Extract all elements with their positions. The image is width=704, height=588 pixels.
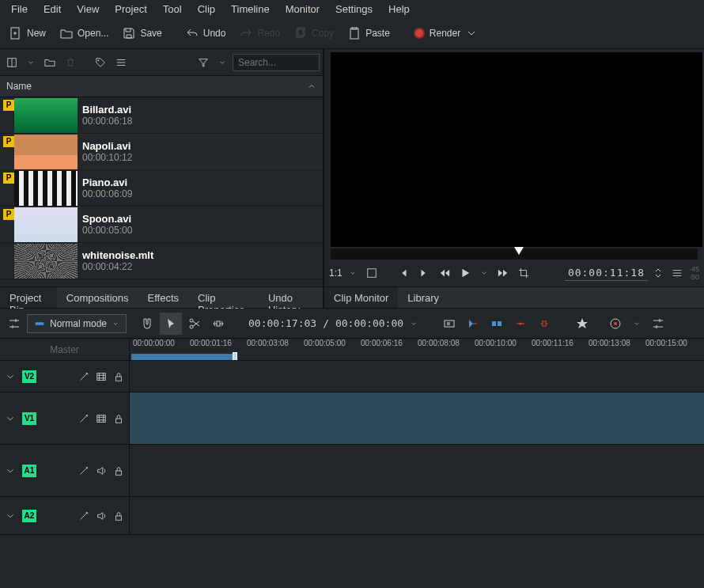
timecode-menu[interactable] — [405, 315, 422, 332]
menu-clip[interactable]: Clip — [190, 2, 223, 17]
tab-compositions[interactable]: Compositions — [57, 287, 138, 308]
bin-item[interactable]: PSpoon.avi00:00:05:00 — [0, 207, 323, 243]
bin-item[interactable]: whitenoise.mlt00:00:04:22 — [0, 243, 323, 279]
menu-help[interactable]: Help — [380, 2, 418, 17]
copy-button[interactable]: Copy — [288, 24, 340, 43]
delete-clip-button[interactable] — [62, 54, 79, 71]
monitor-timecode[interactable]: 00:00:11:18 — [565, 265, 648, 281]
forward-button[interactable] — [494, 264, 512, 282]
menu-edit[interactable]: Edit — [36, 2, 69, 17]
chevron-down-icon[interactable] — [5, 371, 16, 382]
chevron-down-icon[interactable] — [5, 465, 16, 476]
lock-icon[interactable] — [113, 510, 124, 522]
track-body[interactable] — [130, 361, 704, 392]
menu-view[interactable]: View — [69, 2, 107, 17]
render-button[interactable]: Render — [407, 24, 484, 43]
zoom-menu[interactable] — [346, 266, 360, 280]
tag-button[interactable] — [92, 54, 109, 71]
effects-icon[interactable] — [78, 413, 89, 424]
add-folder-button[interactable] — [41, 54, 59, 71]
snap-button[interactable] — [136, 313, 158, 335]
track-header[interactable]: V1 — [0, 393, 130, 444]
bin-item[interactable]: PBillard.avi00:00:06:18 — [0, 97, 323, 134]
preview-render-button[interactable] — [604, 313, 626, 335]
speaker-icon[interactable] — [96, 465, 107, 476]
chevron-down-icon[interactable] — [5, 413, 16, 424]
menu-settings[interactable]: Settings — [327, 2, 380, 17]
timeline-position-timecode[interactable]: 00:00:17:03 — [248, 317, 316, 329]
effects-icon[interactable] — [78, 371, 89, 382]
clip-monitor-viewport[interactable] — [331, 52, 702, 247]
track-body[interactable] — [130, 497, 704, 534]
undo-button[interactable]: Undo — [180, 24, 233, 43]
go-start-button[interactable] — [395, 264, 412, 282]
redo-button[interactable]: Redo — [233, 24, 286, 43]
save-button[interactable]: Save — [116, 24, 168, 43]
edit-mode-select[interactable]: Normal mode — [27, 314, 127, 333]
tab-effects[interactable]: Effects — [138, 287, 189, 308]
menu-file[interactable]: File — [3, 2, 36, 17]
menu-timeline[interactable]: Timeline — [223, 2, 278, 17]
track-body[interactable] — [130, 393, 704, 444]
track-header[interactable]: A1 — [0, 445, 130, 496]
filter-menu[interactable] — [215, 55, 229, 70]
zone-in-button[interactable] — [462, 313, 484, 335]
ruler-tick: 00:00:15:00 — [645, 339, 687, 347]
chevron-down-icon[interactable] — [5, 510, 16, 522]
video-icon[interactable] — [96, 371, 107, 382]
effects-icon[interactable] — [78, 510, 89, 522]
razor-tool-button[interactable] — [184, 313, 206, 335]
add-clip-button[interactable] — [3, 54, 21, 71]
tab-clip-monitor[interactable]: Clip Monitor — [324, 287, 398, 308]
track-header[interactable]: V2 — [0, 361, 130, 392]
menu-tool[interactable]: Tool — [155, 2, 190, 17]
bin-column-header[interactable]: Name — [0, 76, 323, 97]
new-button[interactable]: New — [3, 24, 52, 43]
lock-icon[interactable] — [113, 371, 124, 382]
tab-project-bin[interactable]: Project Bin — [0, 287, 57, 308]
track-header[interactable]: A2 — [0, 497, 130, 534]
tab-undo-history[interactable]: Undo History — [259, 287, 323, 308]
bin-item[interactable]: PPiano.avi00:00:06:09 — [0, 170, 323, 207]
spacer-tool-button[interactable] — [207, 313, 229, 335]
bin-item[interactable]: PNapoli.avi00:00:10:12 — [0, 134, 323, 170]
speaker-icon[interactable] — [96, 510, 107, 522]
timeline-ruler[interactable]: 00:00:00:0000:00:01:1600:00:03:0800:00:0… — [130, 339, 704, 360]
tab-clip-properties[interactable]: Clip Properties — [188, 287, 259, 308]
open-button[interactable]: Open... — [54, 24, 115, 43]
timecode-stepper[interactable] — [651, 264, 665, 283]
zone-button[interactable] — [515, 264, 532, 282]
paste-button[interactable]: Paste — [342, 24, 396, 43]
monitor-options-button[interactable] — [668, 264, 686, 282]
track-body[interactable] — [130, 445, 704, 496]
fullscreen-button[interactable] — [363, 264, 380, 282]
rewind-button[interactable] — [436, 264, 453, 282]
video-icon[interactable] — [96, 413, 107, 424]
lock-icon[interactable] — [113, 413, 124, 424]
go-end-button[interactable] — [415, 264, 433, 282]
lock-icon[interactable] — [113, 465, 124, 476]
select-tool-button[interactable] — [160, 313, 182, 335]
track-compositing-button[interactable] — [3, 313, 25, 335]
zone-over-button[interactable] — [486, 313, 508, 335]
search-input[interactable] — [233, 54, 320, 71]
play-menu[interactable] — [477, 266, 491, 280]
mix-button[interactable] — [438, 313, 460, 335]
preview-menu[interactable] — [628, 315, 645, 332]
add-clip-menu[interactable] — [24, 55, 38, 70]
effects-icon[interactable] — [78, 465, 89, 476]
play-button[interactable] — [456, 264, 474, 282]
filter-button[interactable] — [195, 54, 212, 71]
master-track-header[interactable]: Master — [0, 339, 130, 360]
zone-handle[interactable] — [233, 352, 237, 360]
favorite-button[interactable] — [571, 313, 593, 335]
menu-project[interactable]: Project — [107, 2, 154, 17]
extract-button[interactable] — [509, 313, 532, 335]
zone-bar[interactable] — [131, 354, 236, 360]
lift-button[interactable] — [533, 313, 555, 335]
tab-library[interactable]: Library — [398, 287, 449, 308]
menu-monitor[interactable]: Monitor — [278, 2, 327, 17]
timeline-settings-button[interactable] — [647, 313, 669, 335]
options-button[interactable] — [112, 54, 130, 71]
monitor-ruler[interactable] — [331, 248, 698, 260]
